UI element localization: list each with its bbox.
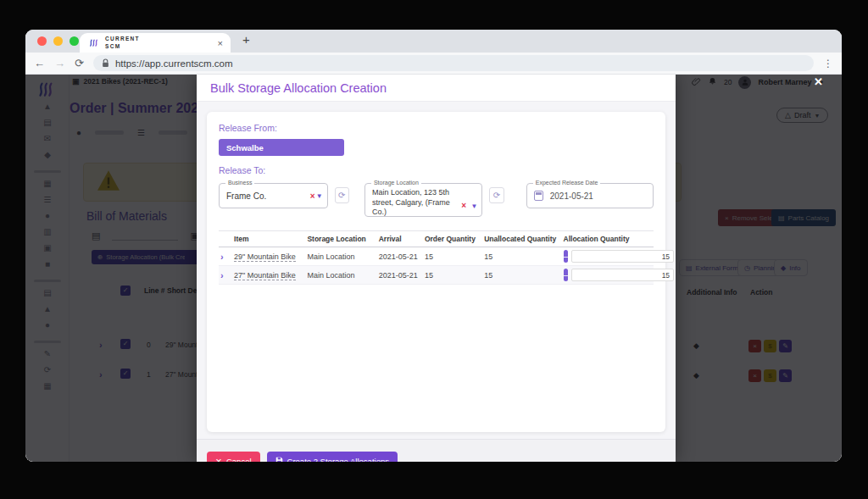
expected-release-date-field[interactable]: Expected Release Date 2021-05-21 <box>526 183 654 208</box>
save-icon <box>275 457 283 463</box>
modal-close-icon[interactable]: ✕ <box>814 75 823 88</box>
table-row: › 29" Mountain Bike Main Location 2021-0… <box>219 247 654 266</box>
table-row: › 27" Mountain Bike Main Location 2021-0… <box>219 266 654 285</box>
allocation-quantity-input[interactable] <box>571 250 674 263</box>
release-to-fields: Business Frame Co. × ▼ ⟳ Storage Locatio… <box>219 183 654 217</box>
lock-icon <box>102 56 109 71</box>
bulk-allocation-modal: Bulk Storage Allocation Creation Release… <box>197 75 676 462</box>
back-icon[interactable]: ← <box>34 58 45 69</box>
business-select[interactable]: Business Frame Co. × ▼ <box>219 183 328 208</box>
decrement-button[interactable]: – <box>564 269 569 281</box>
window-controls <box>37 36 79 46</box>
tab-title: CURRENT SCM <box>105 36 140 50</box>
expand-row-icon[interactable]: › <box>220 252 224 262</box>
reload-icon[interactable]: ⟳ <box>75 58 84 69</box>
modal-card: Release From: Schwalbe Release To: Busin… <box>207 112 665 432</box>
chevron-down-icon[interactable]: ▼ <box>316 192 323 200</box>
item-link[interactable]: 29" Mountain Bike <box>234 252 296 262</box>
forward-icon[interactable]: → <box>54 58 65 69</box>
browser-tab[interactable]: CURRENT SCM × <box>80 33 231 53</box>
item-link[interactable]: 27" Mountain Bike <box>234 271 296 280</box>
decrement-button[interactable]: – <box>564 250 569 263</box>
release-to-label: Release To: <box>219 165 654 175</box>
storage-location-select[interactable]: Storage Location Main Location, 123 5th … <box>364 183 482 217</box>
minimize-window-button[interactable] <box>53 36 63 46</box>
close-window-button[interactable] <box>37 36 47 46</box>
x-icon: ✕ <box>215 457 222 463</box>
browser-menu-icon[interactable]: ⋮ <box>823 58 833 69</box>
address-bar[interactable]: https://app.currentscm.com <box>93 55 814 71</box>
tab-close-icon[interactable]: × <box>218 38 223 48</box>
release-from-label: Release From: <box>219 123 654 133</box>
calendar-icon[interactable] <box>534 191 543 201</box>
url-text: https://app.currentscm.com <box>115 58 233 69</box>
release-from-button[interactable]: Schwalbe <box>219 139 344 156</box>
chevron-down-icon[interactable]: ▼ <box>470 202 477 210</box>
refresh-storage-button[interactable]: ⟳ <box>489 187 504 203</box>
browser-toolbar: ← → ⟳ https://app.currentscm.com ⋮ <box>25 53 842 75</box>
zoom-window-button[interactable] <box>70 36 79 46</box>
allocation-quantity-input[interactable] <box>571 269 674 281</box>
app-page: ▲ ▤ ✉ ◆ ▦ ☰ ● ▥ ▣ ■ ▤ ▲ ● ✎ ⟳ ▦ <box>25 75 842 462</box>
clear-icon[interactable]: × <box>310 191 315 201</box>
currentscm-logo-icon <box>87 35 100 51</box>
refresh-business-button[interactable]: ⟳ <box>335 187 349 203</box>
clear-icon[interactable]: × <box>461 201 466 210</box>
cancel-button[interactable]: ✕ Cancel <box>207 452 260 462</box>
new-tab-button[interactable]: + <box>242 32 250 47</box>
date-value: 2021-05-21 <box>550 191 593 201</box>
create-allocations-button[interactable]: Create 2 Storage Allocations <box>267 452 398 462</box>
modal-title: Bulk Storage Allocation Creation <box>210 81 387 95</box>
expand-row-icon[interactable]: › <box>220 270 224 280</box>
tab-strip: CURRENT SCM × + <box>25 30 842 53</box>
browser-window: CURRENT SCM × + ← → ⟳ https://app.curren… <box>25 30 842 462</box>
allocation-table-header: Item Storage Location Arrival Order Quan… <box>219 231 654 247</box>
modal-header: Bulk Storage Allocation Creation <box>197 75 676 102</box>
business-value: Frame Co. <box>226 191 310 201</box>
modal-footer: ✕ Cancel Create 2 Storage Allocations <box>197 439 676 462</box>
allocation-table: Item Storage Location Arrival Order Quan… <box>219 230 654 285</box>
